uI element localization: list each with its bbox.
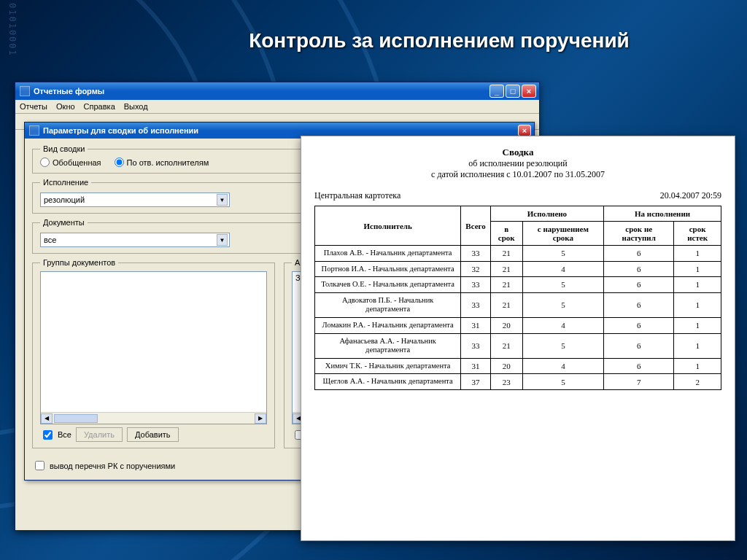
- scroll-right-icon[interactable]: ▶: [255, 413, 266, 424]
- menu-reports[interactable]: Отчеты: [20, 102, 47, 111]
- cell-late: 4: [522, 261, 603, 277]
- cell-total: 31: [461, 358, 490, 374]
- col-in-progress: На исполнении: [604, 206, 721, 222]
- cell-overdue: 1: [674, 261, 721, 277]
- radio-general-text: Обобщенная: [53, 158, 101, 167]
- table-row: Портнов И.А. - Начальник департамента322…: [315, 261, 721, 277]
- close-button[interactable]: ×: [522, 85, 536, 98]
- cell-total: 33: [461, 277, 490, 293]
- scroll-thumb[interactable]: [54, 414, 98, 423]
- radio-general[interactable]: [40, 158, 50, 167]
- table-row: Афанасьева А.А. - Начальник департамента…: [315, 333, 721, 358]
- cell-executor: Толкачев О.Е. - Начальник департамента: [315, 277, 461, 293]
- app-icon: [20, 86, 30, 96]
- chevron-down-icon[interactable]: ▼: [217, 194, 228, 206]
- legend-documents: Документы: [40, 218, 88, 227]
- cell-overdue: 1: [674, 317, 721, 333]
- menu-exit[interactable]: Выход: [124, 102, 148, 111]
- menubar: Отчеты Окно Справка Выход: [15, 100, 539, 114]
- table-row: Адвокатов П.Б. - Начальник департамента3…: [315, 292, 721, 317]
- fieldset-groups: Группы документов ◀ ▶ Все: [32, 258, 275, 448]
- dialog-close-button[interactable]: ×: [518, 125, 531, 136]
- table-row: Ломакин Р.А. - Начальник департамента312…: [315, 317, 721, 333]
- checkbox-all-groups-label[interactable]: Все: [40, 428, 71, 442]
- select-documents-value: все: [44, 236, 56, 244]
- report-subtitle2: с датой исполнения с 10.01.2007 по 31.05…: [314, 169, 721, 180]
- radio-by-exec-text: По отв. исполнителям: [127, 158, 209, 167]
- radio-by-exec[interactable]: [115, 158, 124, 167]
- cell-not-due: 7: [604, 374, 674, 390]
- add-group-button[interactable]: Добавить: [127, 427, 179, 442]
- col-executor: Исполнитель: [315, 206, 461, 246]
- cell-total: 37: [461, 374, 490, 390]
- cell-executor: Ломакин Р.А. - Начальник департамента: [315, 317, 461, 333]
- report-table: Исполнитель Всего Исполнено На исполнени…: [314, 206, 721, 390]
- radio-by-exec-label[interactable]: По отв. исполнителям: [115, 158, 209, 167]
- listbox-groups[interactable]: ◀ ▶: [40, 271, 267, 424]
- cell-total: 33: [461, 246, 490, 262]
- col-done: Исполнено: [490, 206, 603, 222]
- cell-executor: Афанасьева А.А. - Начальник департамента: [315, 333, 461, 358]
- cell-overdue: 2: [674, 374, 721, 390]
- checkbox-output-rk[interactable]: [35, 461, 44, 470]
- cell-on-time: 21: [490, 246, 522, 262]
- minimize-button[interactable]: _: [489, 85, 504, 98]
- cell-on-time: 20: [490, 358, 522, 374]
- cell-not-due: 6: [604, 317, 674, 333]
- cell-overdue: 1: [674, 292, 721, 317]
- cell-on-time: 21: [490, 292, 522, 317]
- hscroll-groups[interactable]: ◀ ▶: [41, 412, 266, 424]
- cell-executor: Щеглов А.А. - Начальник департамента: [315, 374, 461, 390]
- select-documents[interactable]: все ▼: [40, 233, 230, 247]
- table-row: Плахов А.В. - Начальник департамента3321…: [315, 246, 721, 262]
- cell-late: 5: [522, 246, 603, 262]
- cell-late: 5: [522, 277, 603, 293]
- col-not-due: срок не наступил: [604, 222, 674, 246]
- table-row: Щеглов А.А. - Начальник департамента3723…: [315, 374, 721, 390]
- checkbox-all-groups[interactable]: [43, 430, 53, 440]
- cell-on-time: 21: [490, 333, 522, 358]
- cell-on-time: 21: [490, 261, 522, 277]
- checkbox-output-rk-text: вывод перечня РК с поручениями: [50, 462, 175, 470]
- delete-group-button[interactable]: Удалить: [76, 427, 123, 442]
- report-org: Центральная картотека: [314, 190, 400, 201]
- cell-not-due: 6: [604, 292, 674, 317]
- checkbox-all-groups-text: Все: [58, 430, 71, 439]
- cell-total: 33: [461, 333, 490, 358]
- cell-late: 5: [522, 333, 603, 358]
- report-document: Сводка об исполнении резолюций с датой и…: [301, 136, 735, 541]
- table-row: Химич Т.К. - Начальник департамента31204…: [315, 358, 721, 374]
- cell-executor: Портнов И.А. - Начальник департамента: [315, 261, 461, 277]
- titlebar-outer[interactable]: Отчетные формы _ □ ×: [15, 82, 539, 100]
- col-total: Всего: [461, 206, 490, 246]
- select-execution[interactable]: резолюций ▼: [40, 192, 230, 207]
- cell-total: 33: [461, 292, 490, 317]
- report-title: Сводка: [314, 147, 721, 158]
- cell-not-due: 6: [604, 261, 674, 277]
- window-title: Отчетные формы: [34, 87, 104, 96]
- radio-general-label[interactable]: Обобщенная: [40, 158, 101, 167]
- col-late: с нарушением срока: [522, 222, 603, 246]
- scroll-left-icon[interactable]: ◀: [41, 413, 53, 424]
- menu-window[interactable]: Окно: [56, 102, 75, 111]
- cell-overdue: 1: [674, 333, 721, 358]
- cell-on-time: 21: [490, 277, 522, 293]
- dialog-title: Параметры для сводки об исполнении: [43, 126, 198, 135]
- chevron-down-icon[interactable]: ▼: [217, 234, 228, 246]
- cell-not-due: 6: [604, 333, 674, 358]
- maximize-button[interactable]: □: [506, 85, 520, 98]
- col-overdue: срок истек: [674, 222, 721, 246]
- cell-total: 31: [461, 317, 490, 333]
- legend-view: Вид сводки: [40, 144, 88, 153]
- select-execution-value: резолюций: [44, 195, 85, 204]
- cell-not-due: 6: [604, 277, 674, 293]
- legend-groups: Группы документов: [40, 258, 118, 267]
- bg-binary-deco: 01010001: [7, 3, 18, 57]
- cell-late: 5: [522, 374, 603, 390]
- cell-overdue: 1: [674, 277, 721, 293]
- legend-execution: Исполнение: [40, 178, 91, 187]
- cell-executor: Адвокатов П.Б. - Начальник департамента: [315, 292, 461, 317]
- menu-help[interactable]: Справка: [84, 102, 115, 111]
- cell-not-due: 6: [604, 358, 674, 374]
- cell-late: 4: [522, 317, 603, 333]
